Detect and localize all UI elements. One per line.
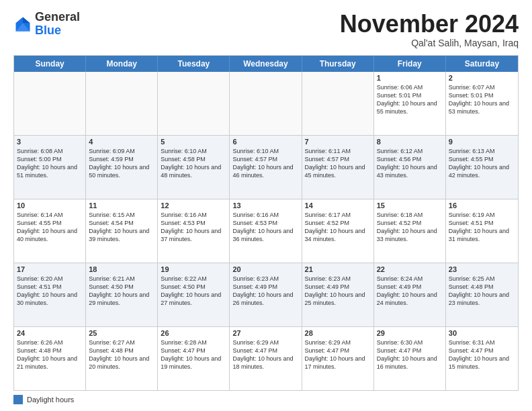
day-number: 15 xyxy=(377,201,443,210)
calendar: SundayMondayTuesdayWednesdayThursdayFrid… xyxy=(13,55,519,391)
cell-text: Sunrise: 6:08 AM Sunset: 5:00 PM Dayligh… xyxy=(17,147,83,180)
day-number: 4 xyxy=(89,138,154,146)
calendar-header-cell: Tuesday xyxy=(158,56,230,72)
day-number: 23 xyxy=(449,265,515,273)
logo-text: General Blue xyxy=(35,11,80,38)
day-number: 10 xyxy=(17,201,83,210)
cell-text: Sunrise: 6:18 AM Sunset: 4:52 PM Dayligh… xyxy=(377,211,443,244)
calendar-cell xyxy=(14,72,86,135)
day-number: 20 xyxy=(232,265,298,273)
calendar-header-cell: Monday xyxy=(86,56,158,72)
calendar-cell: 7Sunrise: 6:11 AM Sunset: 4:57 PM Daylig… xyxy=(302,136,374,199)
calendar-cell: 4Sunrise: 6:09 AM Sunset: 4:59 PM Daylig… xyxy=(86,136,158,199)
cell-text: Sunrise: 6:28 AM Sunset: 4:47 PM Dayligh… xyxy=(161,338,226,371)
day-number: 18 xyxy=(89,265,154,273)
cell-text: Sunrise: 6:16 AM Sunset: 4:53 PM Dayligh… xyxy=(232,211,298,244)
calendar-cell: 17Sunrise: 6:20 AM Sunset: 4:51 PM Dayli… xyxy=(14,263,86,326)
cell-text: Sunrise: 6:17 AM Sunset: 4:52 PM Dayligh… xyxy=(305,211,371,244)
svg-marker-1 xyxy=(23,17,30,23)
day-number: 28 xyxy=(305,329,371,337)
cell-text: Sunrise: 6:20 AM Sunset: 4:51 PM Dayligh… xyxy=(17,275,83,308)
calendar-cell xyxy=(158,72,230,135)
logo-icon xyxy=(13,15,32,34)
cell-text: Sunrise: 6:23 AM Sunset: 4:49 PM Dayligh… xyxy=(232,275,298,308)
cell-text: Sunrise: 6:11 AM Sunset: 4:57 PM Dayligh… xyxy=(305,147,371,180)
calendar-header: SundayMondayTuesdayWednesdayThursdayFrid… xyxy=(14,56,518,72)
calendar-cell: 18Sunrise: 6:21 AM Sunset: 4:50 PM Dayli… xyxy=(86,263,158,326)
cell-text: Sunrise: 6:31 AM Sunset: 4:47 PM Dayligh… xyxy=(449,338,515,371)
calendar-cell: 22Sunrise: 6:24 AM Sunset: 4:49 PM Dayli… xyxy=(374,263,446,326)
calendar-row: 1Sunrise: 6:06 AM Sunset: 5:01 PM Daylig… xyxy=(14,72,518,136)
calendar-cell: 20Sunrise: 6:23 AM Sunset: 4:49 PM Dayli… xyxy=(230,263,302,326)
calendar-cell xyxy=(302,72,374,135)
calendar-header-cell: Wednesday xyxy=(230,56,302,72)
month-title: November 2024 xyxy=(340,11,519,38)
calendar-header-cell: Friday xyxy=(374,56,446,72)
cell-text: Sunrise: 6:06 AM Sunset: 5:01 PM Dayligh… xyxy=(377,83,443,116)
cell-text: Sunrise: 6:27 AM Sunset: 4:48 PM Dayligh… xyxy=(89,338,154,371)
calendar-cell xyxy=(86,72,158,135)
calendar-row: 3Sunrise: 6:08 AM Sunset: 5:00 PM Daylig… xyxy=(14,136,518,199)
cell-text: Sunrise: 6:10 AM Sunset: 4:57 PM Dayligh… xyxy=(232,147,298,180)
cell-text: Sunrise: 6:25 AM Sunset: 4:48 PM Dayligh… xyxy=(449,275,515,308)
cell-text: Sunrise: 6:10 AM Sunset: 4:58 PM Dayligh… xyxy=(161,147,226,180)
calendar-cell: 5Sunrise: 6:10 AM Sunset: 4:58 PM Daylig… xyxy=(158,136,230,199)
cell-text: Sunrise: 6:29 AM Sunset: 4:47 PM Dayligh… xyxy=(305,338,371,371)
day-number: 22 xyxy=(377,265,443,273)
calendar-cell: 29Sunrise: 6:30 AM Sunset: 4:47 PM Dayli… xyxy=(374,327,446,390)
cell-text: Sunrise: 6:30 AM Sunset: 4:47 PM Dayligh… xyxy=(377,338,443,371)
cell-text: Sunrise: 6:15 AM Sunset: 4:54 PM Dayligh… xyxy=(89,211,154,244)
calendar-cell: 16Sunrise: 6:19 AM Sunset: 4:51 PM Dayli… xyxy=(446,199,518,263)
calendar-cell: 2Sunrise: 6:07 AM Sunset: 5:01 PM Daylig… xyxy=(446,72,518,135)
calendar-cell: 13Sunrise: 6:16 AM Sunset: 4:53 PM Dayli… xyxy=(230,199,302,263)
cell-text: Sunrise: 6:16 AM Sunset: 4:53 PM Dayligh… xyxy=(161,211,226,244)
day-number: 29 xyxy=(377,329,443,337)
calendar-cell: 10Sunrise: 6:14 AM Sunset: 4:55 PM Dayli… xyxy=(14,199,86,263)
calendar-cell: 24Sunrise: 6:26 AM Sunset: 4:48 PM Dayli… xyxy=(14,327,86,390)
calendar-row: 24Sunrise: 6:26 AM Sunset: 4:48 PM Dayli… xyxy=(14,327,518,390)
day-number: 12 xyxy=(161,201,226,210)
calendar-row: 17Sunrise: 6:20 AM Sunset: 4:51 PM Dayli… xyxy=(14,263,518,327)
calendar-cell: 15Sunrise: 6:18 AM Sunset: 4:52 PM Dayli… xyxy=(374,199,446,263)
title-block: November 2024 Qal'at Salih, Maysan, Iraq xyxy=(340,11,519,48)
day-number: 5 xyxy=(161,138,226,146)
footer: Daylight hours xyxy=(13,395,519,404)
calendar-header-cell: Thursday xyxy=(302,56,374,72)
day-number: 2 xyxy=(449,74,515,82)
logo-line1: General xyxy=(35,11,80,24)
day-number: 21 xyxy=(305,265,371,273)
day-number: 13 xyxy=(232,201,298,210)
header: General Blue November 2024 Qal'at Salih,… xyxy=(13,11,519,48)
calendar-cell: 12Sunrise: 6:16 AM Sunset: 4:53 PM Dayli… xyxy=(158,199,230,263)
day-number: 17 xyxy=(17,265,83,273)
day-number: 9 xyxy=(449,138,515,146)
calendar-cell: 3Sunrise: 6:08 AM Sunset: 5:00 PM Daylig… xyxy=(14,136,86,199)
calendar-header-cell: Saturday xyxy=(446,56,518,72)
calendar-header-cell: Sunday xyxy=(14,56,86,72)
footer-color-swatch xyxy=(13,395,23,404)
cell-text: Sunrise: 6:26 AM Sunset: 4:48 PM Dayligh… xyxy=(17,338,83,371)
calendar-body: 1Sunrise: 6:06 AM Sunset: 5:01 PM Daylig… xyxy=(14,72,518,390)
calendar-cell xyxy=(230,72,302,135)
day-number: 3 xyxy=(17,138,83,146)
day-number: 25 xyxy=(89,329,154,337)
calendar-row: 10Sunrise: 6:14 AM Sunset: 4:55 PM Dayli… xyxy=(14,199,518,263)
day-number: 11 xyxy=(89,201,154,210)
day-number: 30 xyxy=(449,329,515,337)
day-number: 14 xyxy=(305,201,371,210)
calendar-cell: 21Sunrise: 6:23 AM Sunset: 4:49 PM Dayli… xyxy=(302,263,374,326)
calendar-cell: 26Sunrise: 6:28 AM Sunset: 4:47 PM Dayli… xyxy=(158,327,230,390)
footer-label: Daylight hours xyxy=(27,396,74,404)
logo: General Blue xyxy=(13,11,80,38)
cell-text: Sunrise: 6:07 AM Sunset: 5:01 PM Dayligh… xyxy=(449,83,515,116)
cell-text: Sunrise: 6:22 AM Sunset: 4:50 PM Dayligh… xyxy=(161,275,226,308)
cell-text: Sunrise: 6:14 AM Sunset: 4:55 PM Dayligh… xyxy=(17,211,83,244)
day-number: 27 xyxy=(232,329,298,337)
cell-text: Sunrise: 6:21 AM Sunset: 4:50 PM Dayligh… xyxy=(89,275,154,308)
day-number: 7 xyxy=(305,138,371,146)
calendar-cell: 23Sunrise: 6:25 AM Sunset: 4:48 PM Dayli… xyxy=(446,263,518,326)
calendar-cell: 14Sunrise: 6:17 AM Sunset: 4:52 PM Dayli… xyxy=(302,199,374,263)
day-number: 26 xyxy=(161,329,226,337)
cell-text: Sunrise: 6:23 AM Sunset: 4:49 PM Dayligh… xyxy=(305,275,371,308)
day-number: 16 xyxy=(449,201,515,210)
